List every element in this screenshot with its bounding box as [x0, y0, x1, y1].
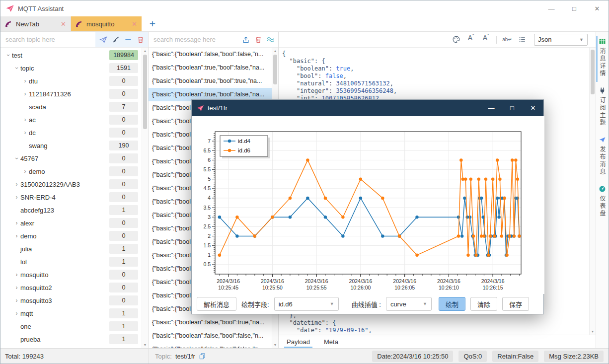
scroll-up-icon[interactable]: ▲ — [272, 49, 278, 53]
collapse-minus-icon[interactable] — [122, 34, 134, 46]
message-row[interactable]: {"basic":{"boolean":false,"bool":true,"n… — [149, 316, 278, 329]
tree-item[interactable]: ›demo0 — [0, 165, 148, 178]
topic-search-input[interactable] — [5, 36, 95, 43]
chevron-collapsed-icon[interactable]: › — [13, 194, 20, 200]
plot-wave-icon[interactable] — [264, 34, 277, 46]
font-increase-icon[interactable]: Aˆ — [464, 34, 478, 46]
tree-item[interactable]: ›315002012329AAB30 — [0, 178, 148, 191]
tree-item[interactable]: ›457670 — [0, 152, 148, 165]
message-row[interactable]: {"basic":{"boolean":true,"bool":false,"n… — [149, 61, 278, 74]
parse-message-button[interactable]: 解析消息 — [197, 297, 236, 311]
popup-minimize-button[interactable]: — — [481, 100, 502, 116]
field-select[interactable]: id.d6 ▼ — [274, 297, 339, 311]
tree-item[interactable]: swang190 — [0, 139, 148, 152]
chevron-expanded-icon[interactable]: › — [5, 52, 11, 59]
message-row[interactable]: {"basic":{"boolean":false,"bool":false,"… — [149, 48, 278, 61]
tree-item[interactable]: one1 — [0, 320, 148, 333]
new-tab-button[interactable]: + — [142, 16, 163, 31]
scroll-thumb[interactable] — [273, 55, 277, 84]
tree-item[interactable]: ›alexr0 — [0, 217, 148, 229]
tree-item[interactable]: ›SNR-ERD-40 — [0, 191, 148, 204]
clean-brush-icon[interactable] — [109, 34, 122, 46]
tab-newtab[interactable]: NewTab ✕ — [0, 16, 71, 31]
chevron-collapsed-icon[interactable]: › — [13, 272, 20, 278]
chevron-collapsed-icon[interactable]: › — [13, 297, 20, 303]
chevron-expanded-icon[interactable]: › — [14, 155, 20, 162]
scroll-down-icon[interactable]: ▼ — [142, 343, 148, 347]
chevron-collapsed-icon[interactable]: › — [21, 91, 29, 97]
svg-text:2024/3/16: 2024/3/16 — [393, 278, 416, 284]
tree-item[interactable]: ›mosquitto20 — [0, 281, 148, 294]
chevron-collapsed-icon[interactable]: › — [21, 130, 29, 136]
side-tab-message-detail[interactable]: 消息详情 — [596, 34, 609, 83]
chevron-collapsed-icon[interactable]: › — [21, 78, 29, 84]
font-decrease-icon[interactable]: Aˇ — [479, 34, 493, 46]
tree-item[interactable]: ›test189984 — [0, 49, 148, 62]
save-button[interactable]: 保存 — [502, 297, 529, 311]
chevron-collapsed-icon[interactable]: › — [13, 233, 20, 239]
format-select[interactable]: Json ▼ — [534, 34, 588, 46]
chevron-collapsed-icon[interactable]: › — [13, 181, 20, 187]
tab-meta[interactable]: Meta — [324, 335, 338, 348]
tree-item[interactable]: ›dc0 — [0, 126, 148, 139]
format-list-icon[interactable] — [515, 34, 529, 46]
payload-scrollbar[interactable]: ▼ — [589, 48, 596, 335]
tree-item[interactable]: ›ac0 — [0, 113, 148, 126]
scroll-up-icon[interactable]: ▲ — [142, 49, 148, 53]
draw-button[interactable]: 绘制 — [439, 297, 465, 311]
message-row[interactable]: {"basic":{"boolean":true,"bool":true,"na… — [149, 74, 278, 88]
theme-palette-icon[interactable] — [449, 34, 463, 46]
tree-item[interactable]: julia1 — [0, 242, 148, 255]
side-tab-publish[interactable]: 发布消息 — [596, 133, 609, 182]
chevron-collapsed-icon[interactable]: › — [13, 220, 20, 226]
status-badge: QoS:0 — [458, 351, 487, 362]
tree-item[interactable]: ›topic1591 — [0, 62, 148, 74]
maximize-button[interactable]: □ — [563, 0, 586, 16]
tab-mosquitto[interactable]: mosquitto ✕ — [71, 16, 142, 31]
svg-text:2024/3/16: 2024/3/16 — [349, 278, 373, 284]
tree-item[interactable]: ›mqtt1 — [0, 307, 148, 320]
popup-titlebar: test/1fr — □ ✕ — [192, 100, 543, 116]
scroll-thumb[interactable] — [591, 50, 595, 94]
tree-item[interactable]: ›1121847113260 — [0, 87, 148, 100]
popup-close-button[interactable]: ✕ — [523, 100, 543, 116]
scroll-down-icon[interactable]: ▼ — [590, 330, 596, 333]
side-tab-dashboard[interactable]: 仪表盘 — [596, 182, 609, 223]
chevron-collapsed-icon[interactable]: › — [21, 117, 29, 123]
delete-trash-icon[interactable] — [134, 34, 147, 46]
message-row[interactable]: {"basic":{"boolean":false,"bool":false,"… — [149, 343, 278, 348]
clear-messages-trash-icon[interactable] — [252, 34, 264, 46]
tree-item[interactable]: ›mosquitto30 — [0, 294, 148, 307]
close-button[interactable]: ✕ — [586, 0, 609, 16]
tab-close-icon[interactable]: ✕ — [61, 20, 66, 28]
svg-text:0.5: 0.5 — [203, 261, 211, 267]
scroll-thumb[interactable] — [143, 55, 147, 129]
interpolation-select[interactable]: curve ▼ — [386, 297, 432, 311]
export-icon[interactable] — [239, 34, 252, 46]
minimize-button[interactable]: — — [540, 0, 563, 16]
copy-icon[interactable] — [199, 353, 206, 360]
side-tab-subscribe[interactable]: 订阅主题 — [596, 83, 609, 133]
tree-item[interactable]: lol1 — [0, 255, 148, 268]
tree-item[interactable]: ›mosquitto0 — [0, 268, 148, 281]
tab-payload[interactable]: Payload — [287, 335, 310, 348]
word-wrap-icon[interactable]: ab↵ — [500, 34, 514, 46]
chevron-collapsed-icon[interactable]: › — [21, 168, 29, 174]
scroll-down-icon[interactable]: ▼ — [272, 343, 278, 347]
tree-item[interactable]: abcdefg1231 — [0, 204, 148, 217]
message-row[interactable]: {"basic":{"boolean":false,"bool":false,"… — [149, 329, 278, 343]
popup-maximize-button[interactable]: □ — [502, 100, 523, 116]
tree-item[interactable]: ›dtu0 — [0, 74, 148, 87]
message-search-input[interactable] — [153, 36, 238, 43]
tab-close-icon[interactable]: ✕ — [132, 20, 137, 28]
topic-scrollbar[interactable]: ▲ ▼ — [142, 48, 148, 348]
publish-paper-plane-icon[interactable] — [97, 34, 109, 46]
chevron-collapsed-icon[interactable]: › — [13, 310, 20, 316]
tree-item[interactable]: scada7 — [0, 100, 148, 113]
tree-item[interactable]: prueba1 — [0, 333, 148, 346]
popup-logo-paper-plane-icon — [196, 104, 204, 112]
chevron-expanded-icon[interactable]: › — [14, 65, 20, 72]
chevron-collapsed-icon[interactable]: › — [13, 285, 20, 291]
tree-item[interactable]: ›demo0 — [0, 229, 148, 242]
clear-button[interactable]: 清除 — [470, 297, 497, 311]
